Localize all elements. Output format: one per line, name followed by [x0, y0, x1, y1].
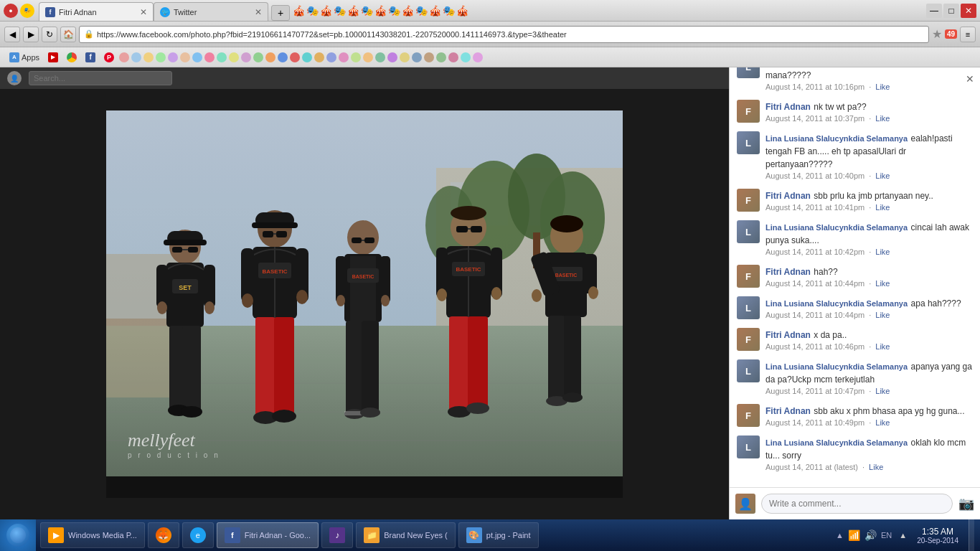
new-tab-button[interactable]: + — [271, 5, 290, 21]
comment-avatar: L — [737, 296, 760, 319]
start-button[interactable] — [0, 519, 36, 551]
bm-circle-10[interactable] — [229, 52, 239, 62]
taskbar-item-paint[interactable]: 🎨 pt.jpg - Paint — [458, 522, 539, 548]
camera-icon[interactable]: 📷 — [958, 496, 974, 512]
comment-like-button[interactable]: Like — [875, 171, 890, 180]
maximize-button[interactable]: □ — [943, 4, 959, 18]
comment-like-button[interactable]: Like — [875, 418, 890, 427]
comment-text: apa hah???? — [911, 298, 961, 309]
avatar-img: F — [737, 404, 760, 427]
taskbar-item-wmp[interactable]: ▶ Windows Media P... — [40, 522, 145, 548]
bm-circle-4[interactable] — [156, 52, 166, 62]
fb-search-input[interactable] — [29, 71, 172, 85]
bookmark-star[interactable]: ★ — [932, 27, 942, 41]
home-button[interactable]: 🏠 — [60, 27, 76, 42]
deco-icon9: 🎭 — [388, 5, 400, 17]
group-photo-svg: SET — [106, 110, 623, 476]
bm-circle-30[interactable] — [473, 52, 483, 62]
close-button[interactable]: ✕ — [961, 4, 976, 18]
bm-circle-1[interactable] — [119, 52, 129, 62]
bm-circle-29[interactable] — [461, 52, 471, 62]
comment-like-button[interactable]: Like — [875, 114, 890, 123]
tray-volume-icon[interactable]: 🔊 — [864, 529, 877, 541]
clock-area[interactable]: 1:35 AM 20-Sep-2014 — [911, 527, 964, 545]
comment-avatar: L — [737, 131, 760, 154]
taskbar-item-fb[interactable]: f Fitri Adnan - Goo... — [217, 522, 319, 548]
comment-like-button[interactable]: Like — [875, 279, 890, 288]
bm-circle-9[interactable] — [217, 52, 227, 62]
bm-circle-12[interactable] — [253, 52, 263, 62]
forward-button[interactable]: ▶ — [23, 27, 39, 42]
comment-content: Fitri Adnan x da pa.. August 14, 2011 at… — [765, 328, 973, 351]
tab-close-twitter[interactable]: ✕ — [255, 7, 262, 17]
panel-close-button[interactable]: ✕ — [966, 73, 974, 85]
comment-like-button[interactable]: Like — [875, 248, 890, 256]
bm-circle-22[interactable] — [375, 52, 385, 62]
address-box[interactable]: 🔒 https://www.facebook.com/photo.php?fbi… — [79, 26, 929, 43]
comment-like-button[interactable]: Like — [869, 463, 883, 471]
bm-circle-17[interactable] — [314, 52, 324, 62]
menu-button[interactable]: ≡ — [960, 27, 976, 42]
bm-circle-16[interactable] — [302, 52, 312, 62]
bm-circle-24[interactable] — [400, 52, 410, 62]
bm-circle-11[interactable] — [241, 52, 251, 62]
bookmark-pinterest[interactable]: P — [100, 51, 118, 64]
tray-network-icon[interactable]: 📶 — [848, 529, 860, 541]
bookmark-chrome[interactable] — [63, 51, 80, 64]
comment-like-button[interactable]: Like — [875, 342, 890, 351]
taskbar-item-ie[interactable]: e — [182, 522, 214, 548]
bm-circle-5[interactable] — [168, 52, 178, 62]
comment-like-button[interactable]: Like — [875, 387, 890, 395]
photo-container: SET — [106, 110, 623, 498]
bm-circle-19[interactable] — [339, 52, 349, 62]
show-desktop-button[interactable] — [969, 519, 974, 551]
youtube-icon: ▶ — [48, 52, 58, 62]
bookmark-facebook-bm[interactable]: f — [82, 51, 99, 64]
bm-circle-14[interactable] — [278, 52, 288, 62]
bm-circle-21[interactable] — [363, 52, 373, 62]
taskbar-item-brandneweyes[interactable]: 📁 Brand New Eyes ( — [356, 522, 456, 548]
back-button[interactable]: ◀ — [4, 27, 20, 42]
taskbar-item-firefox[interactable]: 🦊 — [148, 522, 179, 548]
bm-circle-2[interactable] — [131, 52, 141, 62]
avatar-img: F — [737, 328, 760, 351]
bm-circle-25[interactable] — [412, 52, 422, 62]
bm-circle-27[interactable] — [436, 52, 446, 62]
tab-close-facebook[interactable]: ✕ — [140, 7, 147, 17]
system-tray: ▲ 📶 🔊 EN ▲ 1:35 AM 20-Sep-2014 — [830, 519, 980, 551]
bm-circle-6[interactable] — [180, 52, 190, 62]
tab-facebook[interactable]: f Fitri Adnan ✕ — [39, 2, 154, 21]
comment-text: sbb prlu ka jmb prtanyaan ney.. — [814, 191, 933, 201]
comment-time: August 14, 2011 at 10:42pm — [765, 248, 864, 256]
bm-circle-13[interactable] — [265, 52, 275, 62]
comment-author: Lina Lusiana Slalucynkdia Selamanya — [765, 362, 908, 371]
refresh-button[interactable]: ↻ — [42, 27, 57, 42]
bm-circle-20[interactable] — [351, 52, 361, 62]
bookmarks-apps[interactable]: A Apps — [6, 51, 43, 64]
apps-label: Apps — [22, 53, 39, 62]
bm-circle-3[interactable] — [143, 52, 154, 62]
comment-meta: August 14, 2011 at 10:42pm · Like — [765, 248, 973, 256]
bm-circle-23[interactable] — [387, 52, 397, 62]
comment-like-button[interactable]: Like — [875, 311, 890, 319]
bm-circle-15[interactable] — [290, 52, 300, 62]
bm-circle-26[interactable] — [424, 52, 434, 62]
pinterest-icon: P — [104, 52, 114, 62]
bm-circle-28[interactable] — [448, 52, 458, 62]
tray-expand[interactable]: ▲ — [836, 531, 844, 540]
comment-input-field[interactable] — [761, 494, 953, 514]
comment-avatar: F — [737, 328, 760, 351]
comment-like-button[interactable]: Like — [875, 203, 890, 212]
tab-twitter[interactable]: 🐦 Twitter ✕ — [154, 2, 268, 21]
bm-circle-7[interactable] — [192, 52, 202, 62]
bm-circle-18[interactable] — [326, 52, 336, 62]
comment-input-area: 👤 📷 — [730, 487, 980, 519]
user-profile-mini[interactable]: 👤 — [7, 71, 22, 85]
taskbar-item-music[interactable]: ♪ — [321, 522, 353, 548]
apps-icon: A — [9, 52, 19, 62]
bookmark-youtube[interactable]: ▶ — [44, 51, 62, 64]
comment-like-button[interactable]: Like — [875, 83, 890, 91]
bm-circle-8[interactable] — [204, 52, 215, 62]
tray-lang[interactable]: EN — [881, 531, 892, 540]
minimize-button[interactable]: — — [926, 4, 942, 18]
